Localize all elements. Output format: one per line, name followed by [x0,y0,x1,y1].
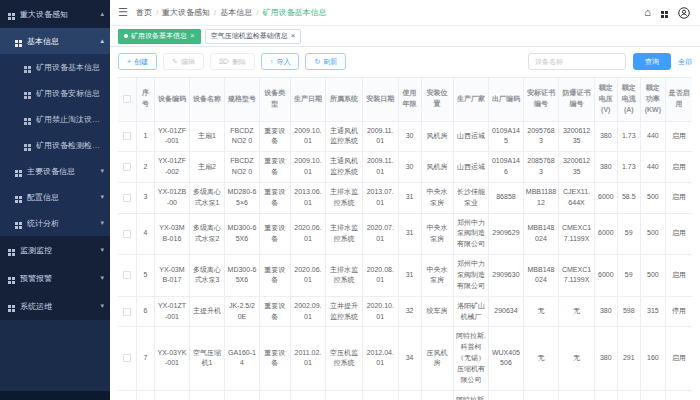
toolbar: +创建✎编辑⌦删除↑导入↻刷新 查询 全部 [118,53,692,70]
column-header: 额定电流(A) [617,78,640,122]
table-cell: MD300-65X6 [225,213,259,255]
select-all-checkbox[interactable] [123,95,131,103]
row-checkbox[interactable] [123,308,131,316]
row-checkbox[interactable] [123,230,131,238]
table-cell: JK-2.5/20E [225,296,259,327]
table-cell: 2020.10.01 [362,296,398,327]
table-cell: 500 [640,255,665,297]
tab-item[interactable]: 空气压缩机监检基础信息× [205,29,302,44]
show-all-link[interactable]: 全部 [678,57,692,67]
table-cell: 380 [594,121,617,152]
row-checkbox[interactable] [123,194,131,202]
table-cell: 空气压缩机1 [189,327,225,390]
table-cell: 重要设备 [259,213,290,255]
table-cell: 31 [398,255,421,297]
table-cell: 30 [398,121,421,152]
table-cell: 阿特拉斯.科普柯（无锡）压缩机有限公司 [453,390,489,400]
search-input[interactable] [528,53,626,70]
row-checkbox[interactable] [123,354,131,362]
delete-button[interactable]: ⌦删除 [210,53,255,70]
table-cell: 59 [617,213,640,255]
table-cell: GA160-14 [225,390,259,400]
table-cell: 5 [136,255,154,297]
row-select-cell [118,213,136,255]
hamburger-icon[interactable]: ☰ [118,6,128,19]
user-avatar-icon[interactable] [678,7,690,19]
table-cell: MD300-65X6 [225,255,259,297]
table-cell: 无 [559,390,595,400]
sidebar-collapse-bar[interactable] [0,391,110,400]
sidebar-item[interactable]: 矿用设备检测检验信息 [0,132,110,158]
table-cell: 2909629 [489,213,523,255]
apps-grid-icon[interactable] [661,11,664,14]
sidebar-item[interactable]: 矿用设备基本信息 [0,54,110,80]
menu-grid-icon [24,118,27,121]
sidebar-item[interactable]: 主要设备信息▾ [0,158,110,184]
menu-grid-icon [8,305,11,308]
edit-button[interactable]: ✎编辑 [163,53,204,70]
home-icon[interactable]: ⌂ [644,7,651,18]
chevron-up-icon: ▴ [97,10,104,18]
row-select-cell [118,296,136,327]
chevron-up-icon: ▴ [97,37,104,45]
sidebar-item[interactable]: 基本信息▴ [0,28,110,54]
sidebar-item-label: 矿用设备安标信息 [36,88,100,99]
table-row: 7YX-03YK-001空气压缩机1GA160-14重要设备2011.02.01… [118,327,692,390]
row-select-cell [118,121,136,152]
table-cell: 2013.07.01 [362,182,398,213]
table-cell: 86858 [489,182,523,213]
breadcrumb-item[interactable]: 首页 [136,7,152,18]
table-cell: YX-01ZF-002 [155,152,189,183]
sidebar-item[interactable]: 配置信息▾ [0,184,110,210]
table-cell: 多级离心式水泵3 [189,255,225,297]
menu-grid-icon [24,66,27,69]
table-cell: 31 [398,213,421,255]
column-header: 是否启用 [665,78,692,122]
plus-icon: + [127,58,131,65]
column-header: 设备类型 [259,78,290,122]
tab-active[interactable]: 矿用设备基本信息× [118,29,201,44]
table-cell: 启用 [665,327,692,390]
row-checkbox[interactable] [123,271,131,279]
table-cell: MBB148024 [523,255,559,297]
create-button[interactable]: +创建 [118,53,157,70]
row-checkbox[interactable] [123,132,131,140]
breadcrumb-item[interactable]: 重大设备感知 [162,7,210,18]
table-cell: 主扇1 [189,121,225,152]
search-button[interactable]: 查询 [633,53,671,70]
table-cell: 风机房 [421,152,453,183]
table-cell: 290634 [489,296,523,327]
sidebar-item[interactable]: 矿用禁止淘汰设备信息 [0,106,110,132]
table-cell: 2909630 [489,255,523,297]
table-cell: YX-03YK-001 [155,327,189,390]
table-cell: 无 [523,296,559,327]
table-cell: 315 [640,296,665,327]
sidebar-item[interactable]: 监测监控▾ [0,236,110,264]
table-cell: 380 [594,327,617,390]
table-cell: 中央水泵房 [421,255,453,297]
sidebar: 重大设备感知▴基本信息▴矿用设备基本信息矿用设备安标信息矿用禁止淘汰设备信息矿用… [0,0,110,400]
sidebar-item[interactable]: 统计分析▾ [0,210,110,236]
refresh-button[interactable]: ↻刷新 [305,53,346,70]
row-checkbox[interactable] [123,163,131,171]
table-row: 8YX-03YK-002空气压缩机2GA160-14重要设备2011.02.01… [118,390,692,400]
close-icon[interactable]: × [291,32,296,40]
sidebar-item[interactable]: 系统运维▾ [0,292,110,320]
sidebar-item-label: 重大设备感知 [20,9,68,20]
table-cell: 320061235 [559,121,595,152]
table-cell: 郑州中力泵阀制造有限公司 [453,255,489,297]
breadcrumb-item[interactable]: 基本信息 [220,7,252,18]
table-cell: 2020.08.01 [362,255,398,297]
button-label: 编辑 [181,57,195,67]
table-cell: 郑州中力泵阀制造有限公司 [453,213,489,255]
sidebar-item[interactable]: 矿用设备安标信息 [0,80,110,106]
menu-grid-icon [15,222,18,225]
sidebar-item-label: 矿用禁止淘汰设备信息 [36,114,104,125]
sidebar-item[interactable]: 重大设备感知▴ [0,0,110,28]
close-icon[interactable]: × [190,32,195,40]
row-select-cell [118,255,136,297]
import-button[interactable]: ↑导入 [261,53,300,70]
table-cell: 500 [640,213,665,255]
sidebar-item[interactable]: 预警报警▾ [0,264,110,292]
table-cell: 启用 [665,182,692,213]
